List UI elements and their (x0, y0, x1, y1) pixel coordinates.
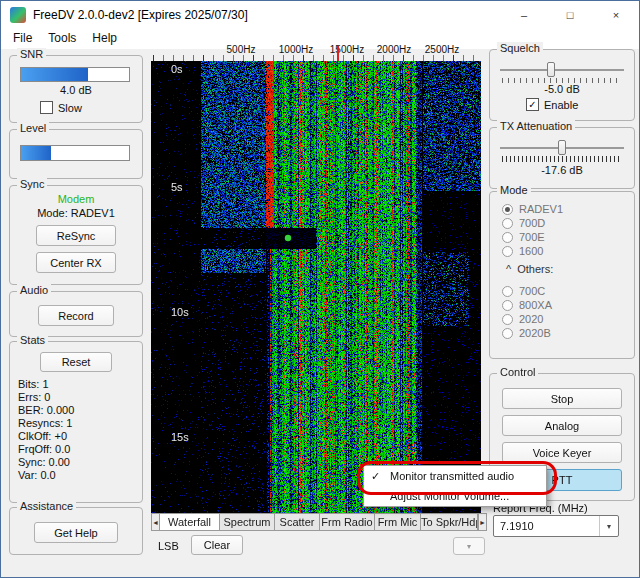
snr-value: 4.0 dB (10, 84, 142, 96)
radio-circle-icon (502, 314, 513, 325)
txatt-slider[interactable] (500, 140, 624, 156)
tab-spectrum[interactable]: Spectrum (220, 513, 275, 531)
radio-2020b[interactable]: 2020B (502, 326, 552, 340)
context-menu-item-label: Adjust Monitor Volume... (390, 490, 509, 502)
assistance-group: Assistance Get Help (9, 507, 143, 555)
radio-label: 2020 (519, 313, 543, 325)
enable-checkbox-label: Enable (544, 99, 578, 111)
resync-button[interactable]: ReSync (36, 225, 116, 246)
mode-options: RADEV1700D700E1600 (502, 202, 563, 258)
stat-line: Bits: 1 (18, 378, 74, 391)
snr-gauge (20, 67, 130, 82)
slow-checkbox-box (40, 101, 53, 114)
radio-label: 700D (519, 217, 545, 229)
tab-waterfall[interactable]: Waterfall (160, 513, 220, 531)
enable-checkbox-box: ✓ (526, 98, 539, 111)
mode-group: Mode RADEV1700D700E1600 ^ Others: 700C80… (489, 191, 635, 359)
radio-2020[interactable]: 2020 (502, 312, 552, 326)
record-button[interactable]: Record (38, 305, 114, 326)
tx-attenuation-group: TX Attenuation -17.6 dB (489, 127, 635, 189)
squelch-thumb[interactable] (547, 62, 555, 77)
sync-status: Modem (10, 193, 142, 205)
others-toggle[interactable]: ^ Others: (506, 263, 553, 275)
squelch-value: -5.0 dB (490, 83, 634, 95)
report-freq-value: 7.1910 (500, 516, 534, 536)
voice-keyer-button[interactable]: Voice Keyer (502, 442, 622, 463)
txatt-ticks (502, 156, 622, 162)
center-rx-button[interactable]: Center RX (36, 252, 116, 273)
window-title: FreeDV 2.0.0-dev2 [Expires 2025/07/30] (33, 1, 248, 29)
assistance-group-label: Assistance (17, 500, 76, 512)
stat-line: FrqOff: 0.0 (18, 443, 74, 456)
tabs-right-arrow[interactable]: ► (478, 513, 487, 531)
close-button[interactable]: × (593, 1, 639, 29)
maximize-button[interactable]: □ (547, 1, 593, 29)
audio-group: Audio Record (9, 291, 143, 337)
squelch-slider[interactable] (500, 62, 624, 78)
stats-group: Stats Reset Bits: 1Errs: 0BER: 0.000Resy… (9, 341, 143, 503)
stat-line: BER: 0.000 (18, 404, 74, 417)
context-menu-item-1[interactable]: Adjust Monitor Volume... (364, 486, 546, 506)
snr-group-label: SNR (17, 48, 46, 60)
sync-mode: Mode: RADEV1 (10, 207, 142, 219)
clear-button[interactable]: Clear (191, 535, 243, 555)
tab-scatter[interactable]: Scatter (275, 513, 320, 531)
title-bar: FreeDV 2.0.0-dev2 [Expires 2025/07/30] –… (1, 1, 639, 29)
waterfall-panel: 0s5s10s15s (151, 61, 481, 513)
analog-button[interactable]: Analog (502, 415, 622, 436)
app-icon (10, 7, 26, 23)
waterfall-canvas[interactable] (151, 61, 481, 513)
enable-checkbox[interactable]: ✓ Enable (526, 98, 578, 111)
reset-button[interactable]: Reset (40, 352, 112, 372)
check-icon: ✓ (371, 466, 385, 486)
radio-700c[interactable]: 700C (502, 284, 552, 298)
level-gauge-fill (21, 146, 51, 160)
radio-700e[interactable]: 700E (502, 230, 563, 244)
radio-700d[interactable]: 700D (502, 216, 563, 230)
radio-circle-icon (502, 328, 513, 339)
radio-label: RADEV1 (519, 203, 563, 215)
stop-button[interactable]: Stop (502, 388, 622, 409)
sync-group: Sync Modem Mode: RADEV1 ReSync Center RX (9, 185, 143, 285)
tab-to-spkr-hdp[interactable]: To Spkr/Hdp (421, 513, 478, 531)
context-menu: ✓Monitor transmitted audioAdjust Monitor… (363, 465, 547, 507)
radio-1600[interactable]: 1600 (502, 244, 563, 258)
stats-lines: Bits: 1Errs: 0BER: 0.000Resyncs: 1ClkOff… (18, 378, 74, 482)
menu-tools[interactable]: Tools (40, 29, 84, 47)
radio-label: 700E (519, 231, 545, 243)
radio-label: 800XA (519, 299, 552, 311)
freq-label: 1500Hz (330, 44, 364, 55)
tab-frm-mic[interactable]: Frm Mic (375, 513, 421, 531)
get-help-button[interactable]: Get Help (34, 522, 118, 543)
freq-label: 2000Hz (377, 44, 411, 55)
tab-frm-radio[interactable]: Frm Radio (320, 513, 375, 531)
stat-line: Resyncs: 1 (18, 417, 74, 430)
tab-bar: WaterfallSpectrumScatterFrm RadioFrm Mic… (160, 513, 478, 531)
radio-radev1[interactable]: RADEV1 (502, 202, 563, 216)
slow-checkbox[interactable]: Slow (40, 101, 82, 114)
stats-group-label: Stats (17, 334, 48, 346)
minimize-button[interactable]: – (501, 1, 547, 29)
radio-label: 1600 (519, 245, 543, 257)
rx-freq-marker[interactable] (337, 46, 339, 61)
sideband-label: LSB (158, 540, 179, 552)
report-freq-combo[interactable]: 7.1910 ▾ (493, 515, 619, 537)
combo-arrow[interactable]: ▾ (599, 516, 618, 536)
level-group-label: Level (17, 122, 49, 134)
radio-circle-icon (502, 300, 513, 311)
snr-gauge-fill (21, 68, 88, 81)
freedv-window: FreeDV 2.0.0-dev2 [Expires 2025/07/30] –… (0, 0, 640, 578)
sync-group-label: Sync (17, 178, 47, 190)
radio-circle-icon (502, 286, 513, 297)
tx-attenuation-group-label: TX Attenuation (497, 120, 575, 132)
tabs-left-arrow[interactable]: ◄ (151, 513, 160, 531)
menu-help[interactable]: Help (84, 29, 125, 47)
control-group-label: Control (497, 366, 538, 378)
txatt-thumb[interactable] (558, 140, 566, 155)
freq-label: 500Hz (227, 44, 256, 55)
squelch-track (500, 69, 624, 71)
radio-800xa[interactable]: 800XA (502, 298, 552, 312)
small-dropdown[interactable]: ▾ (453, 537, 485, 555)
menu-file[interactable]: File (5, 29, 40, 47)
context-menu-item-0[interactable]: ✓Monitor transmitted audio (364, 466, 546, 486)
